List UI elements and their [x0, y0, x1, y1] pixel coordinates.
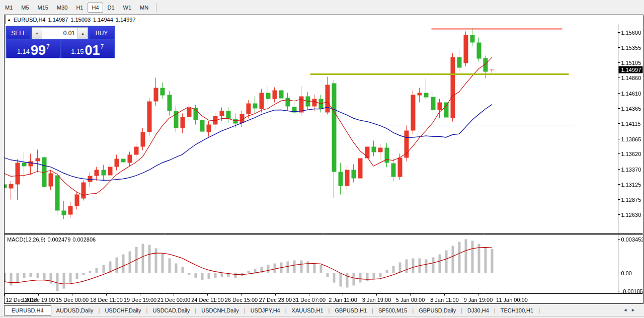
buy-button[interactable]: BUY	[90, 27, 114, 39]
chart-tab-xauusd-h1[interactable]: XAUUSD,H1	[287, 306, 329, 315]
ask-price-prefix: 1.15	[71, 48, 84, 55]
timeframe-button-m1[interactable]: M1	[1, 3, 17, 13]
timeframe-button-m5[interactable]: M5	[17, 3, 33, 13]
ohlc-open: 1.14987	[48, 17, 68, 23]
chart-tab-usdcad-daily[interactable]: USDCAD,Daily	[147, 306, 195, 315]
collapse-triangle-icon[interactable]: ▲	[7, 18, 11, 22]
ask-price-button[interactable]: 1.15017	[61, 40, 114, 58]
volume-input[interactable]	[42, 28, 77, 39]
timeframe-button-m30[interactable]: M30	[53, 3, 71, 13]
chart-tab-tech100-h1[interactable]: TECH100,H1	[496, 306, 538, 315]
ask-price-pip: 7	[101, 43, 104, 50]
chart-tab-sp500-m15[interactable]: SP500,M15	[373, 306, 412, 315]
chart-tab-usdchf-daily[interactable]: USDCHF,Daily	[100, 306, 146, 315]
timeframe-button-w1[interactable]: W1	[119, 3, 136, 13]
volume-increase-icon[interactable]: ▲	[77, 28, 88, 39]
chart-tab-usdjpy-h4[interactable]: USDJPY,H4	[246, 306, 285, 315]
chart-tab-gbpusd-h1[interactable]: GBPUSD,H1	[330, 306, 372, 315]
macd-name: MACD(12,26,9)	[7, 236, 45, 243]
ohlc-high: 1.15003	[70, 17, 91, 23]
timeframe-button-h1[interactable]: H1	[72, 3, 87, 13]
timeframe-toolbar: M1M5M15M30H1H4D1W1MN	[0, 0, 644, 15]
tab-scroll-right-icon[interactable]: ►	[631, 307, 639, 312]
bid-price-prefix: 1.14	[17, 48, 30, 55]
timeframe-button-mn[interactable]: MN	[136, 3, 152, 13]
bid-price-button[interactable]: 1.14997	[7, 40, 60, 58]
chart-tab-eurusd-h4[interactable]: EURUSD,H4	[4, 305, 51, 315]
macd-indicator-label: MACD(12,26,9)0.0024790.002806	[7, 236, 98, 243]
chart-tab-usdcnh-daily[interactable]: USDCNH,Daily	[196, 306, 244, 315]
ohlc-low: 1.14944	[93, 17, 113, 23]
chart-title: ▲EURUSD,H41.149871.150031.149441.14997	[7, 17, 136, 24]
tab-scroll-left-icon[interactable]: ◄	[623, 307, 631, 312]
ask-price-big: 01	[85, 44, 100, 57]
volume-stepper: ▼ ▲	[32, 27, 88, 39]
timeframe-button-d1[interactable]: D1	[104, 3, 119, 13]
bid-price-big: 99	[31, 44, 46, 57]
price-chart-canvas[interactable]	[5, 24, 643, 303]
chart-tab-dj30-h4[interactable]: DJ30,H4	[462, 306, 494, 315]
bid-price-pip: 7	[46, 43, 50, 50]
timeframe-button-m15[interactable]: M15	[34, 3, 52, 13]
chart-tab-gbpusd-daily[interactable]: GBPUSD,Daily	[414, 306, 461, 315]
toolbar-separator	[156, 3, 156, 12]
sell-button[interactable]: SELL	[7, 27, 30, 39]
chart-symbol-label: EURUSD,H4	[14, 17, 46, 23]
tab-separator: |	[538, 307, 540, 313]
ohlc-close: 1.14997	[116, 17, 136, 23]
macd-main-value: 0.002479	[47, 236, 70, 243]
tab-bar-divider	[0, 316, 644, 316]
volume-decrease-icon[interactable]: ▼	[32, 28, 42, 39]
mt4-workspace: M1M5M15M30H1H4D1W1MN ▲EURUSD,H41.149871.…	[0, 0, 644, 318]
chart-tab-audusd-daily[interactable]: AUDUSD,Daily	[51, 306, 99, 315]
timeframe-button-h4[interactable]: H4	[88, 3, 103, 13]
chart-tab-bar: EURUSD,H4AUDUSD,Daily|USDCHF,Daily|USDCA…	[0, 304, 644, 318]
macd-signal-value: 0.002806	[72, 236, 96, 243]
one-click-trading-panel: SELL ▼ ▲ BUY 1.14997 1.15017	[6, 26, 115, 58]
